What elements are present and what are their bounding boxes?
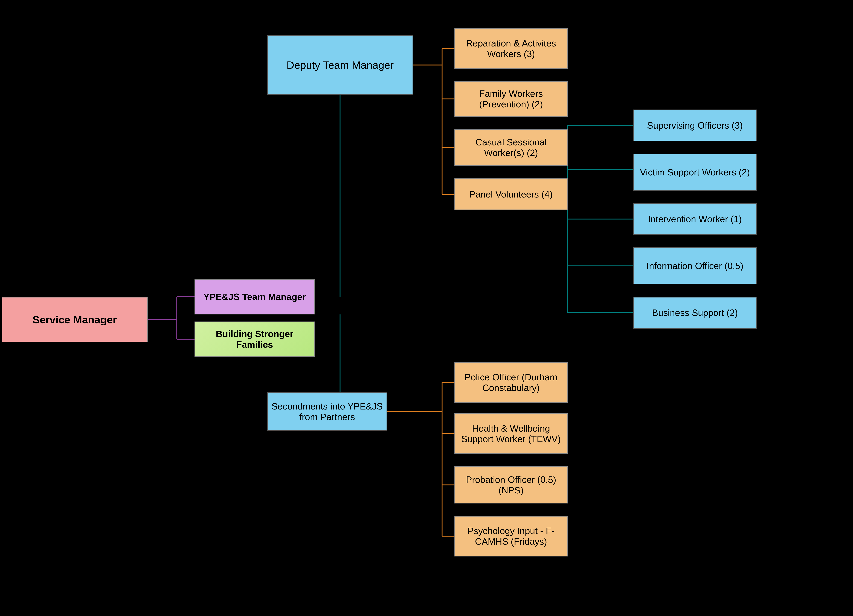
intervention-worker-node: Intervention Worker (1): [633, 203, 757, 235]
deputy-team-manager-node: Deputy Team Manager: [267, 35, 413, 95]
probation-officer-node: Probation Officer (0.5) (NPS): [454, 466, 568, 504]
panel-label: Panel Volunteers (4): [469, 189, 552, 200]
casual-label: Casual Sessional Worker(s) (2): [457, 137, 565, 158]
ype-team-manager-node: YPE&JS Team Manager: [194, 279, 315, 315]
police-officer-node: Police Officer (Durham Constabulary): [454, 362, 568, 403]
probation-label: Probation Officer (0.5) (NPS): [457, 474, 565, 495]
org-chart: Service Manager YPE&JS Team Manager Buil…: [0, 0, 853, 616]
casual-sessional-node: Casual Sessional Worker(s) (2): [454, 129, 568, 166]
reparation-label: Reparation & Activites Workers (3): [457, 38, 565, 59]
intervention-label: Intervention Worker (1): [648, 214, 742, 224]
supervising-label: Supervising Officers (3): [647, 120, 743, 131]
health-label: Health & Wellbeing Support Worker (TEWV): [457, 423, 565, 444]
service-manager-node: Service Manager: [2, 297, 148, 342]
psychology-input-node: Psychology Input - F-CAMHS (Fridays): [454, 516, 568, 557]
ype-team-label: YPE&JS Team Manager: [203, 292, 306, 302]
service-manager-label: Service Manager: [33, 313, 117, 326]
family-label: Family Workers (Prevention) (2): [457, 88, 565, 109]
reparation-node: Reparation & Activites Workers (3): [454, 28, 568, 69]
supervising-officers-node: Supervising Officers (3): [633, 109, 757, 141]
secondments-label: Secondments into YPE&JS from Partners: [270, 401, 385, 422]
building-stronger-families-node: Building Stronger Families: [194, 321, 315, 357]
business-support-node: Business Support (2): [633, 297, 757, 328]
victim-support-workers-node: Victim Support Workers (2): [633, 154, 757, 191]
information-label: Information Officer (0.5): [647, 260, 744, 271]
secondments-node: Secondments into YPE&JS from Partners: [267, 392, 387, 431]
deputy-label: Deputy Team Manager: [287, 59, 394, 71]
family-workers-node: Family Workers (Prevention) (2): [454, 81, 568, 117]
panel-volunteers-node: Panel Volunteers (4): [454, 179, 568, 210]
information-officer-node: Information Officer (0.5): [633, 247, 757, 285]
psychology-label: Psychology Input - F-CAMHS (Fridays): [457, 525, 565, 547]
victim-label: Victim Support Workers (2): [640, 167, 750, 177]
health-wellbeing-node: Health & Wellbeing Support Worker (TEWV): [454, 413, 568, 454]
police-label: Police Officer (Durham Constabulary): [457, 372, 565, 393]
business-label: Business Support (2): [652, 307, 738, 318]
building-label: Building Stronger Families: [197, 328, 312, 350]
